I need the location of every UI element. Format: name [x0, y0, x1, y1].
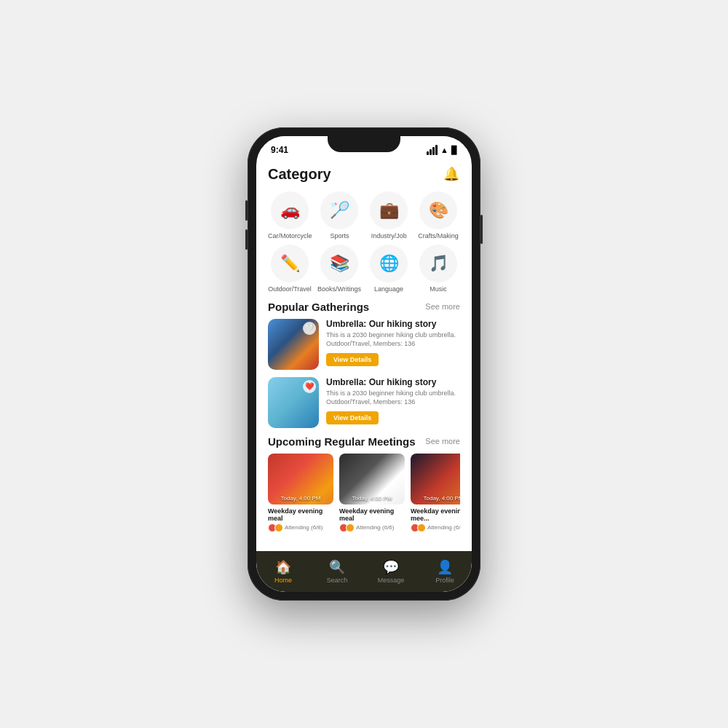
meeting-attendees-2: Attending (6/6) [339, 523, 405, 532]
phone-frame: 9:41 ▲ ▉ Category 🔔 [248, 127, 480, 601]
attendee-avatars-1 [268, 523, 283, 532]
meeting-attendees-3: Attending (6/... [411, 523, 460, 532]
gathering-desc-1: This is a 2030 beginner hiking club umbr… [326, 331, 460, 349]
attendee-avatars-3 [411, 523, 426, 532]
screen-content[interactable]: Category 🔔 🚗 Car/Motorcycle 🏸 Sports 💼 I… [256, 158, 472, 551]
books-writings-icon: 📚 [320, 245, 358, 282]
sports-icon: 🏸 [320, 191, 358, 229]
wifi-icon: ▲ [440, 146, 448, 154]
view-details-button-1[interactable]: View Details [326, 353, 379, 366]
phone-screen: 9:41 ▲ ▉ Category 🔔 [256, 136, 472, 592]
favorite-button-1[interactable]: 🤍 [303, 322, 316, 335]
category-outdoor-travel[interactable]: ✏️ Outdoor/Travel [268, 245, 312, 293]
gathering-title-2: Umbrella: Our hiking story [326, 377, 460, 387]
car-motorcycle-icon: 🚗 [271, 191, 309, 229]
category-books-writings[interactable]: 📚 Books/Writings [317, 245, 361, 293]
popular-gatherings-header: Popular Gatherings See more [268, 301, 460, 313]
category-car-motorcycle[interactable]: 🚗 Car/Motorcycle [268, 191, 312, 240]
meeting-name-1: Weekday evening meal [268, 507, 333, 522]
nav-profile-label: Profile [435, 577, 454, 584]
home-icon: 🏠 [275, 559, 291, 575]
nav-item-home[interactable]: 🏠 Home [256, 551, 310, 592]
nav-item-profile[interactable]: 👤 Profile [418, 551, 472, 592]
battery-icon: ▉ [451, 146, 457, 155]
upcoming-meetings-see-more[interactable]: See more [425, 437, 460, 446]
category-sports[interactable]: 🏸 Sports [318, 191, 362, 240]
gathering-card-1: 🤍 Umbrella: Our hiking story This is a 2… [268, 319, 460, 370]
signal-icon [427, 145, 438, 155]
nav-home-label: Home [274, 577, 292, 584]
search-icon: 🔍 [329, 559, 345, 575]
category-language-label: Language [374, 285, 403, 293]
meeting-time-badge-3: Today, 4:00 PM [411, 495, 460, 502]
music-icon: 🎵 [419, 245, 457, 282]
attendee-dot-4 [346, 523, 355, 532]
gathering-card-2: ❤️ Umbrella: Our hiking story This is a … [268, 377, 460, 428]
status-time: 9:41 [271, 145, 288, 155]
gathering-image-1: 🤍 [268, 319, 319, 370]
view-details-button-2[interactable]: View Details [326, 411, 379, 424]
nav-item-search[interactable]: 🔍 Search [310, 551, 364, 592]
category-industry-job-label: Industry/Job [371, 232, 407, 240]
attendee-avatars-2 [339, 523, 355, 532]
category-crafts-making-label: Crafts/Making [418, 232, 459, 240]
bottom-nav: 🏠 Home 🔍 Search 💬 Message 👤 Profile [256, 551, 472, 592]
nav-search-label: Search [327, 577, 348, 584]
category-books-writings-label: Books/Writings [317, 285, 361, 293]
meeting-image-3: Today, 4:00 PM [411, 454, 460, 505]
category-sports-label: Sports [330, 232, 349, 240]
category-music[interactable]: 🎵 Music [416, 245, 460, 293]
category-industry-job[interactable]: 💼 Industry/Job [367, 191, 411, 240]
categories-row1: 🚗 Car/Motorcycle 🏸 Sports 💼 Industry/Job… [268, 191, 460, 240]
attendee-dot-6 [417, 523, 426, 532]
page-header: Category 🔔 [268, 158, 460, 191]
vol-up-btn [245, 200, 248, 221]
crafts-making-icon: 🎨 [419, 191, 457, 229]
attending-text-2: Attending (6/6) [356, 524, 394, 531]
meeting-card-2[interactable]: Today, 4:00 PM Weekday evening meal Atte… [339, 454, 405, 532]
popular-gatherings-title: Popular Gatherings [268, 301, 369, 313]
attending-text-3: Attending (6/... [427, 524, 460, 531]
gathering-info-1: Umbrella: Our hiking story This is a 203… [326, 319, 460, 366]
upcoming-meetings-title: Upcoming Regular Meetings [268, 435, 416, 448]
category-music-label: Music [430, 285, 447, 293]
page-title: Category [268, 166, 331, 183]
category-outdoor-travel-label: Outdoor/Travel [268, 285, 312, 293]
meeting-name-2: Weekday evening meal [339, 507, 405, 522]
meeting-attendees-1: Attending (6/8) [268, 523, 333, 532]
meeting-time-badge-1: Today, 4:00 PM [268, 495, 333, 502]
gathering-title-1: Umbrella: Our hiking story [326, 319, 460, 329]
gathering-desc-2: This is a 2030 beginner hiking club umbr… [326, 389, 460, 407]
popular-gatherings-see-more[interactable]: See more [425, 302, 460, 311]
category-car-motorcycle-label: Car/Motorcycle [268, 232, 312, 240]
attendee-dot-2 [274, 523, 283, 532]
meeting-name-3: Weekday evening mee... [411, 507, 460, 522]
notch [328, 136, 400, 152]
categories-row2: ✏️ Outdoor/Travel 📚 Books/Writings 🌐 Lan… [268, 245, 460, 293]
meetings-scroll[interactable]: Today, 4:00 PM Weekday evening meal Atte… [268, 454, 460, 538]
favorite-button-2[interactable]: ❤️ [303, 380, 316, 393]
message-icon: 💬 [383, 559, 399, 575]
category-crafts-making[interactable]: 🎨 Crafts/Making [416, 191, 460, 240]
attending-text-1: Attending (6/8) [285, 524, 323, 531]
gathering-image-2: ❤️ [268, 377, 319, 428]
category-language[interactable]: 🌐 Language [367, 245, 411, 293]
vol-down-btn [245, 229, 248, 250]
language-icon: 🌐 [370, 245, 408, 282]
power-btn [480, 215, 483, 244]
nav-message-label: Message [378, 577, 405, 584]
meeting-image-1: Today, 4:00 PM [268, 454, 333, 505]
outdoor-travel-icon: ✏️ [271, 245, 309, 282]
meeting-image-2: Today, 4:00 PM [339, 454, 405, 505]
profile-icon: 👤 [437, 559, 453, 575]
meeting-time-badge-2: Today, 4:00 PM [339, 495, 405, 502]
industry-job-icon: 💼 [370, 191, 408, 229]
meeting-card-3[interactable]: Today, 4:00 PM Weekday evening mee... At… [411, 454, 460, 532]
upcoming-meetings-header: Upcoming Regular Meetings See more [268, 435, 460, 448]
nav-item-message[interactable]: 💬 Message [364, 551, 418, 592]
gathering-info-2: Umbrella: Our hiking story This is a 203… [326, 377, 460, 424]
notification-bell-icon[interactable]: 🔔 [443, 165, 460, 183]
meeting-card-1[interactable]: Today, 4:00 PM Weekday evening meal Atte… [268, 454, 333, 532]
status-icons: ▲ ▉ [427, 145, 457, 155]
